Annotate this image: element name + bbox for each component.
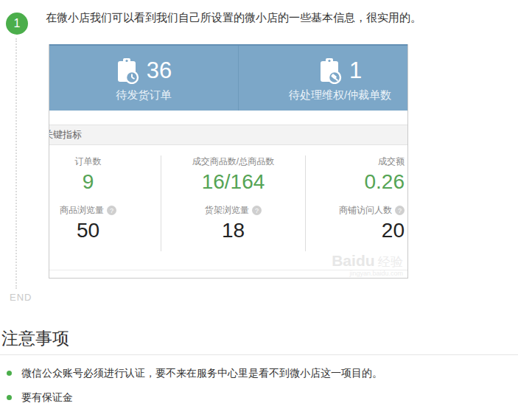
end-marker: END — [10, 292, 32, 303]
notes-heading: 注意事项 — [1, 327, 69, 350]
stats-row-2: 商品浏览量 ? 50 货架浏览量 ? 18 商铺访问人数 ? 20 — [49, 204, 407, 251]
watermark-url: jingyan.baidu.com — [332, 270, 403, 277]
step-connector-line — [15, 38, 17, 289]
dashboard-footer: Baidu 经验 jingyan.baidu.com — [49, 251, 407, 278]
stat-shop-visitors-value: 20 — [382, 219, 405, 242]
note-text: 要有保证金 — [21, 390, 73, 405]
stat-orders: 订单数 9 — [49, 155, 161, 204]
help-icon: ? — [107, 206, 116, 215]
bullet-dot-icon — [7, 371, 12, 376]
stat-shop-visitors-label: 商铺访问人数 — [339, 204, 392, 217]
step-number-badge: 1 — [6, 13, 28, 35]
stats-row-1: 订单数 9 成交商品数/总商品数 16/164 成交额 0.26 — [49, 155, 407, 204]
pending-dispute-count: 1 — [349, 57, 362, 84]
help-icon: ? — [252, 206, 262, 215]
stat-sold-products-label: 成交商品数/总商品数 — [192, 155, 274, 168]
clipboard-gavel-icon — [318, 57, 342, 84]
stat-sold-products-value: 16/164 — [202, 170, 265, 194]
stat-turnover-value: 0.26 — [365, 170, 405, 194]
clipboard-clock-icon — [116, 57, 139, 84]
pending-ship-count: 36 — [147, 57, 172, 84]
note-item: 微信公众账号必须进行认证，要不来在服务中心里是看不到微小店这一项目的。 — [0, 365, 382, 380]
note-text: 微信公众账号必须进行认证，要不来在服务中心里是看不到微小店这一项目的。 — [21, 365, 382, 380]
stat-orders-value: 9 — [83, 170, 94, 194]
stat-shelf-views-value: 18 — [222, 219, 245, 242]
stat-product-views-label: 商品浏览量 — [60, 204, 104, 217]
tutorial-page: 1 在微小店我们可以看到我们自己所设置的微小店的一些基本信息，很实用的。 — [0, 0, 518, 420]
header-spacer — [49, 111, 407, 125]
stat-shelf-views: 货架浏览量 ? 18 — [161, 204, 306, 251]
stat-product-views: 商品浏览量 ? 50 — [49, 204, 161, 251]
key-indicators-title: 关键指标 — [49, 128, 82, 141]
pending-dispute-label: 待处理维权/仲裁单数 — [289, 88, 391, 102]
stat-shop-visitors: 商铺访问人数 ? 20 — [306, 204, 408, 251]
stat-sold-products: 成交商品数/总商品数 16/164 — [161, 155, 306, 204]
stat-turnover: 成交额 0.26 — [306, 155, 408, 204]
watermark-brand: Baidu — [332, 252, 374, 269]
pending-ship-block: 36 待发货订单 — [49, 46, 238, 111]
dashboard-screenshot: 36 待发货订单 1 — [49, 44, 408, 279]
step-text: 在微小店我们可以看到我们自己所设置的微小店的一些基本信息，很实用的。 — [46, 10, 488, 25]
help-icon: ? — [395, 206, 405, 215]
watermark-suffix: 经验 — [378, 255, 403, 269]
pending-ship-label: 待发货订单 — [116, 88, 172, 102]
bullet-dot-icon — [7, 395, 12, 400]
stat-turnover-label: 成交额 — [378, 155, 405, 168]
stat-orders-label: 订单数 — [75, 155, 102, 168]
dashboard-header: 36 待发货订单 1 — [49, 44, 407, 111]
key-indicators-bar: 关键指标 — [49, 125, 407, 145]
notes-divider — [0, 354, 518, 355]
stat-product-views-value: 50 — [77, 219, 99, 242]
baidu-watermark: Baidu 经验 jingyan.baidu.com — [332, 253, 403, 277]
pending-dispute-block: 1 待处理维权/仲裁单数 — [238, 46, 407, 111]
stat-shelf-views-label: 货架浏览量 — [205, 204, 249, 217]
note-item: 要有保证金 — [0, 390, 73, 405]
